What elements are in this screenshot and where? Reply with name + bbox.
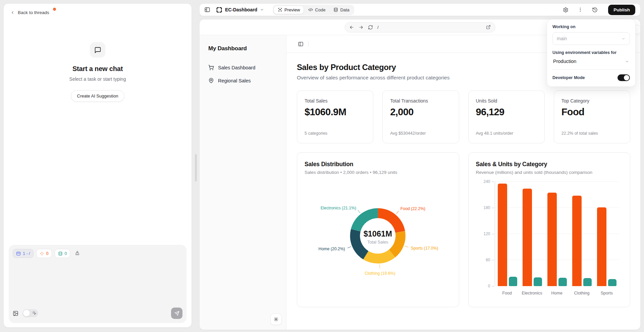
chart-title: Sales Distribution (305, 161, 451, 168)
bar-clothing-revenue (572, 196, 582, 286)
toggle-knob (624, 75, 629, 80)
window-icon (16, 251, 21, 256)
prompt-composer[interactable]: 1 - / 0 0 (9, 245, 186, 323)
send-button[interactable] (171, 308, 182, 319)
actions-count-chip[interactable]: 0 (36, 249, 52, 258)
sidebar-item-sales-dashboard[interactable]: Sales Dashboard (208, 65, 277, 70)
sales-distribution-card: Sales Distribution Sales distribution • … (297, 152, 459, 307)
cart-icon (208, 65, 214, 70)
donut-label: Home (20.2%) (319, 247, 345, 251)
publish-button[interactable]: Publish (608, 5, 635, 15)
stat-footnote: 5 categories (305, 131, 366, 136)
sidebar-item-label: Regional Sales (218, 78, 251, 83)
empty-state-title: Start a new chat (72, 65, 123, 73)
back-arrow-icon[interactable] (349, 25, 354, 30)
y-axis-tick: 120 (478, 232, 490, 236)
database-icon (58, 251, 63, 256)
theme-toggle-button[interactable] (270, 314, 282, 325)
x-axis-label: Clothing (569, 291, 594, 295)
donut-center-label: Total Sales (367, 240, 388, 245)
actions-count-label: 0 (46, 251, 49, 256)
environment-popover: Working on main Using environment variab… (547, 19, 636, 87)
chat-empty-state: Start a new chat Select a task or start … (4, 42, 192, 102)
notification-dot (53, 8, 56, 11)
data-count-chip[interactable]: 0 (55, 249, 70, 258)
x-axis-label: Sports (594, 291, 619, 295)
code-icon (308, 7, 313, 12)
project-switcher[interactable]: EC-Dashboard (216, 7, 264, 13)
tab-code[interactable]: Code (305, 6, 329, 14)
chevron-left-icon (10, 10, 15, 15)
bar-electronics-revenue (523, 189, 532, 286)
stat-label: Units Sold (476, 98, 537, 104)
create-ai-suggestion-button[interactable]: Create AI Suggestion (71, 90, 125, 102)
project-name: EC-Dashboard (225, 7, 257, 12)
stat-value: Food (561, 107, 623, 118)
leader-line (380, 264, 380, 268)
toggle-knob (23, 310, 30, 317)
chart-subtitle: Revenue (millions) and units sold (thous… (476, 170, 623, 175)
toolbar-actions: Publish (563, 5, 635, 15)
database-icon (333, 7, 338, 12)
developer-mode-toggle[interactable] (618, 74, 630, 81)
collapse-sidebar-icon[interactable] (204, 7, 210, 13)
branch-select[interactable]: main (552, 32, 630, 45)
image-icon[interactable] (13, 311, 18, 316)
gear-icon[interactable] (563, 7, 569, 13)
bar-clothing-units (583, 278, 592, 286)
donut-slice-electronics (351, 208, 378, 231)
chart-cards: Sales Distribution Sales distribution • … (297, 152, 630, 307)
stat-footnote: 22.2% of total sales (561, 131, 623, 136)
url-bar[interactable]: / (344, 22, 495, 32)
working-on-label: Working on (552, 24, 630, 29)
donut-label: Sports (17.0%) (411, 246, 438, 251)
broom-icon[interactable] (74, 251, 80, 256)
back-to-threads-button[interactable]: Back to threads (4, 4, 56, 21)
panel-left-icon[interactable] (298, 41, 304, 47)
y-axis-tick: 180 (478, 206, 490, 210)
bar-group-home (545, 182, 570, 286)
history-icon[interactable] (592, 7, 598, 13)
chevron-down-icon (625, 59, 629, 64)
bar-plot: 060120180240 (495, 182, 620, 286)
sales-units-card: Sales & Units by Category Revenue (milli… (468, 152, 631, 307)
stat-value: 96,129 (476, 107, 537, 118)
bar-home-units (558, 278, 567, 286)
tab-data-label: Data (340, 7, 349, 12)
y-axis-tick: 60 (478, 258, 490, 262)
sun-icon (273, 317, 279, 322)
developer-mode-label: Developer Mode (552, 75, 585, 80)
stat-card-top-category: Top Category Food 22.2% of total sales (554, 90, 630, 143)
panel-resize-handle[interactable] (195, 154, 197, 182)
kebab-menu-icon[interactable] (578, 7, 583, 12)
map-pin-icon (208, 78, 214, 83)
tab-data[interactable]: Data (330, 6, 353, 14)
sidebar-item-regional-sales[interactable]: Regional Sales (208, 78, 277, 83)
bar-group-food (495, 182, 520, 286)
dashboard-content: Sales by Product Category Overview of sa… (286, 53, 640, 330)
back-to-threads-label: Back to threads (18, 10, 49, 15)
divider (552, 69, 630, 70)
bar-group-clothing (570, 182, 594, 286)
bar-sports-revenue (597, 207, 606, 286)
url-path[interactable]: / (377, 25, 379, 30)
env-variables-label: Using environment variables for (552, 50, 630, 55)
tab-preview[interactable]: Preview (274, 6, 304, 14)
donut-chart: Food (22.2%)Sports (17.0%)Clothing (19.6… (305, 176, 451, 294)
app-logo-icon (216, 7, 222, 13)
donut-label: Electronics (21.1%) (321, 206, 356, 210)
bars (495, 182, 620, 286)
ai-mode-toggle[interactable] (22, 309, 38, 317)
chevron-down-icon (260, 8, 264, 12)
context-chips: 1 - / 0 0 (13, 249, 182, 258)
refresh-icon[interactable] (368, 25, 373, 30)
page-context-chip[interactable]: 1 - / (13, 249, 34, 258)
stat-footnote: Avg 48.1 units/order (476, 131, 537, 136)
forward-arrow-icon[interactable] (359, 25, 364, 30)
bar-group-electronics (520, 182, 545, 286)
environment-select[interactable]: Production (552, 59, 630, 64)
donut-label: Clothing (19.6%) (365, 271, 395, 276)
stat-value: 2,000 (390, 107, 451, 118)
external-link-icon[interactable] (486, 25, 491, 29)
donut-label: Food (22.2%) (400, 206, 425, 211)
